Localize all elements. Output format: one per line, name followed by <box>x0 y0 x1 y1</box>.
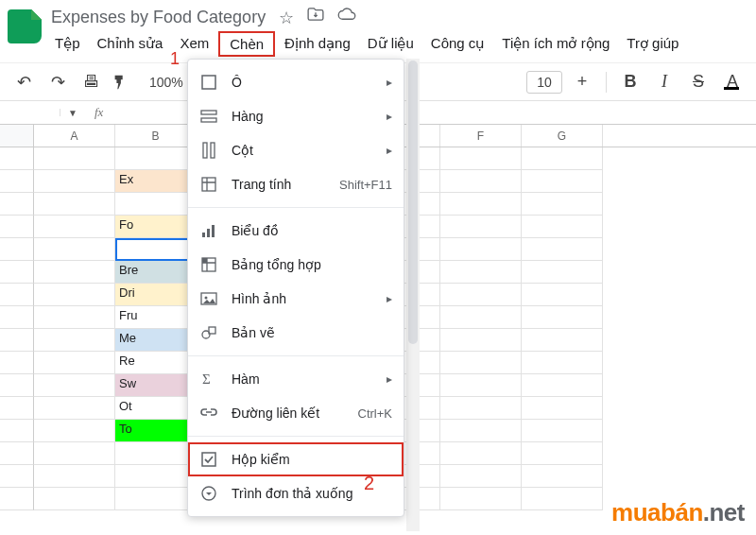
cell-F4[interactable] <box>440 216 522 238</box>
row-header-5[interactable] <box>0 238 34 261</box>
row-header-13[interactable] <box>0 420 34 442</box>
cell-F10[interactable] <box>440 352 522 374</box>
cell-G11[interactable] <box>522 374 603 397</box>
cell-A9[interactable] <box>34 329 115 352</box>
cell-A16[interactable] <box>34 488 115 510</box>
cell-F16[interactable] <box>440 488 522 510</box>
cell-A15[interactable] <box>34 465 115 488</box>
cell-B4[interactable]: Fo <box>115 216 197 238</box>
cell-A11[interactable] <box>34 374 115 397</box>
row-header-7[interactable] <box>0 284 34 306</box>
cell-F8[interactable] <box>440 306 522 329</box>
cell-A8[interactable] <box>34 306 115 329</box>
cell-G12[interactable] <box>522 397 603 420</box>
cell-A1[interactable] <box>34 147 115 170</box>
menu-item-cell[interactable]: Ô▸ <box>188 65 404 99</box>
cell-A4[interactable] <box>34 216 115 238</box>
row-header-11[interactable] <box>0 374 34 397</box>
menu-item-image[interactable]: Hình ảnh▸ <box>188 282 404 316</box>
name-box-dropdown[interactable]: ▼ <box>60 108 85 118</box>
redo-button[interactable]: ↷ <box>43 72 72 93</box>
row-header-2[interactable] <box>0 170 34 193</box>
row-header-15[interactable] <box>0 465 34 488</box>
cell-A10[interactable] <box>34 352 115 374</box>
row-header-1[interactable] <box>0 147 34 170</box>
paint-format-button[interactable] <box>112 74 140 91</box>
menu-tệp[interactable]: Tệp <box>47 31 88 57</box>
cell-G4[interactable] <box>522 216 603 238</box>
cell-B15[interactable] <box>115 465 197 488</box>
cell-F11[interactable] <box>440 374 522 397</box>
col-header-A[interactable]: A <box>34 125 115 147</box>
cell-G7[interactable] <box>522 284 603 306</box>
row-header-16[interactable] <box>0 488 34 510</box>
row-header-6[interactable] <box>0 261 34 284</box>
menu-chèn[interactable]: Chèn <box>218 31 275 57</box>
cell-A14[interactable] <box>34 442 115 465</box>
menu-tiện ích mở rộng[interactable]: Tiện ích mở rộng <box>494 31 617 57</box>
cell-B13[interactable]: To <box>115 420 197 442</box>
col-header-B[interactable]: B <box>115 125 197 147</box>
cell-B16[interactable] <box>115 488 197 510</box>
cell-B12[interactable]: Ot <box>115 397 197 420</box>
row-header-9[interactable] <box>0 329 34 352</box>
cell-G5[interactable] <box>522 238 603 261</box>
font-size-input[interactable]: 10 <box>526 71 562 94</box>
cell-G14[interactable] <box>522 442 603 465</box>
menu-item-pivot[interactable]: Bảng tổng hợp <box>188 248 404 282</box>
cell-A7[interactable] <box>34 284 115 306</box>
cell-A3[interactable] <box>34 193 115 216</box>
cell-F12[interactable] <box>440 397 522 420</box>
cell-G2[interactable] <box>522 170 603 193</box>
doc-title[interactable]: Expenses by Food Category <box>47 6 269 29</box>
menu-scrollbar[interactable] <box>406 59 420 531</box>
cloud-icon[interactable] <box>337 8 356 28</box>
cell-G16[interactable] <box>522 488 603 510</box>
row-header-12[interactable] <box>0 397 34 420</box>
cell-G8[interactable] <box>522 306 603 329</box>
menu-item-check[interactable]: Hộp kiểm <box>188 442 404 476</box>
cell-G6[interactable] <box>522 261 603 284</box>
cell-B9[interactable]: Me <box>115 329 197 352</box>
cell-B6[interactable]: Bre <box>115 261 197 284</box>
cell-B7[interactable]: Dri <box>115 284 197 306</box>
name-box[interactable] <box>0 109 60 116</box>
cell-B14[interactable] <box>115 442 197 465</box>
menu-item-link[interactable]: Đường liên kếtCtrl+K <box>188 396 404 430</box>
menu-scrollbar-thumb[interactable] <box>408 60 418 344</box>
menu-công cụ[interactable]: Công cụ <box>423 31 493 57</box>
cell-F13[interactable] <box>440 420 522 442</box>
cell-B3[interactable] <box>115 193 197 216</box>
menu-chỉnh sửa[interactable]: Chỉnh sửa <box>90 31 171 57</box>
col-header-G[interactable]: G <box>522 125 603 147</box>
menu-item-func[interactable]: ΣHàm▸ <box>188 362 404 396</box>
menu-định dạng[interactable]: Định dạng <box>277 31 358 57</box>
print-button[interactable]: 🖶 <box>77 72 106 92</box>
cell-F15[interactable] <box>440 465 522 488</box>
cell-B10[interactable]: Re <box>115 352 197 374</box>
bold-button[interactable]: B <box>616 72 644 92</box>
menu-trợ giúp[interactable]: Trợ giúp <box>619 31 686 57</box>
menu-item-rows[interactable]: Hàng▸ <box>188 99 404 133</box>
menu-item-chart[interactable]: Biểu đồ <box>188 214 404 248</box>
cell-F3[interactable] <box>440 193 522 216</box>
cell-B8[interactable]: Fru <box>115 306 197 329</box>
text-color-button[interactable]: A <box>718 72 747 92</box>
cell-A12[interactable] <box>34 397 115 420</box>
menu-item-sheet[interactable]: Trang tínhShift+F11 <box>188 167 404 201</box>
row-header-8[interactable] <box>0 306 34 329</box>
row-header-10[interactable] <box>0 352 34 374</box>
menu-item-draw[interactable]: Bản vẽ <box>188 316 404 350</box>
strike-button[interactable]: S <box>684 72 713 92</box>
cell-F5[interactable] <box>440 238 522 261</box>
move-icon[interactable] <box>307 8 324 28</box>
cell-B2[interactable]: Ex <box>115 170 197 193</box>
font-size-increase[interactable]: + <box>568 72 596 92</box>
cell-A2[interactable] <box>34 170 115 193</box>
cell-G9[interactable] <box>522 329 603 352</box>
menu-item-cols[interactable]: Cột▸ <box>188 133 404 167</box>
cell-F1[interactable] <box>440 147 522 170</box>
cell-F14[interactable] <box>440 442 522 465</box>
row-header-14[interactable] <box>0 442 34 465</box>
row-header-3[interactable] <box>0 193 34 216</box>
